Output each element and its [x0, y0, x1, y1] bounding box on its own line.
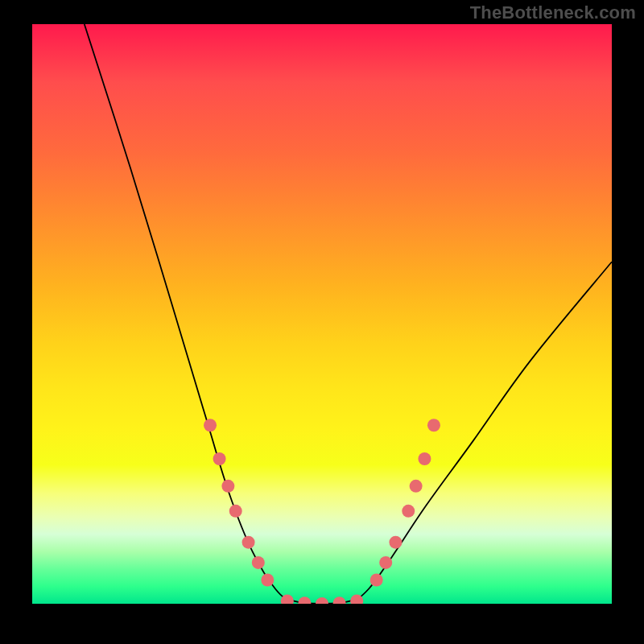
data-marker	[252, 556, 265, 569]
data-marker	[379, 556, 392, 569]
data-marker	[410, 480, 423, 493]
data-marker	[402, 505, 415, 518]
data-marker	[418, 452, 431, 465]
curve-layer	[85, 24, 612, 604]
marker-layer	[204, 419, 440, 604]
data-marker	[229, 505, 242, 518]
data-marker	[427, 419, 440, 431]
chart-svg	[32, 24, 612, 604]
data-marker	[298, 597, 311, 604]
data-marker	[333, 597, 346, 604]
watermark-text: TheBottleneck.com	[470, 2, 636, 23]
plot-area	[32, 24, 612, 604]
data-marker	[242, 536, 255, 549]
data-marker	[389, 536, 402, 549]
data-marker	[221, 480, 234, 493]
bottleneck-curve	[85, 24, 612, 604]
data-marker	[370, 573, 383, 586]
data-marker	[204, 419, 217, 431]
data-marker	[261, 573, 274, 586]
chart-frame: TheBottleneck.com	[0, 0, 644, 644]
data-marker	[213, 452, 226, 465]
data-marker	[316, 597, 328, 604]
